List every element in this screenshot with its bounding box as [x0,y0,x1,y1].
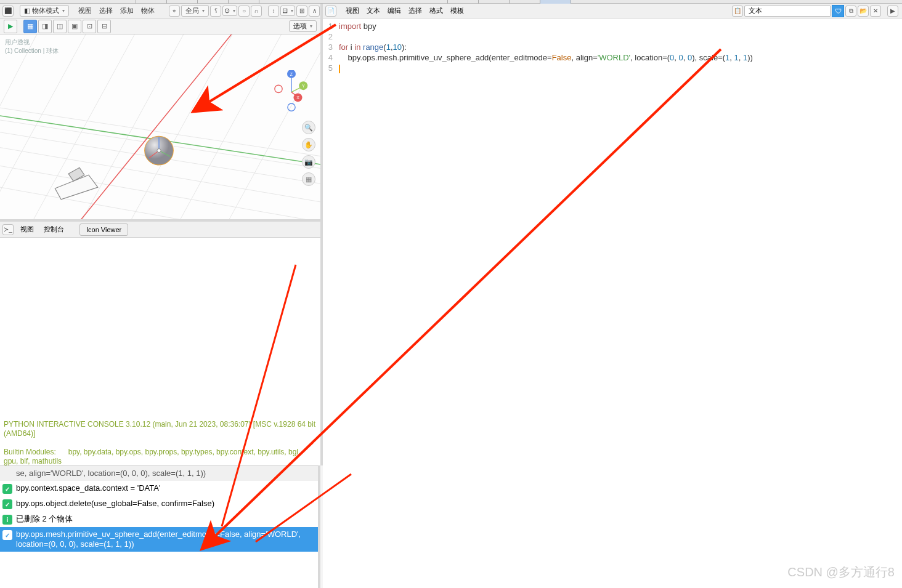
open-text-icon[interactable]: 📂 [858,6,869,17]
te-menu-format[interactable]: 格式 [426,6,446,16]
te-menu-select[interactable]: 选择 [405,6,425,16]
overlay-toggle-icon[interactable]: ⊞ [296,6,307,17]
pivot-dropdown[interactable]: ⊡ [280,6,295,16]
line-numbers: 1 2 3 4 5 [323,18,335,465]
menu-select[interactable]: 选择 [96,6,116,16]
select-mode-5-icon[interactable]: ⊡ [83,20,96,33]
svg-text:X: X [296,95,299,100]
svg-text:Z: Z [290,72,293,76]
transform-orientation-dropdown[interactable]: 全局 [181,5,209,17]
info-log-panel: se, align='WORLD', location=(0, 0, 0), s… [0,465,320,588]
log-row[interactable]: i 已删除 2 个物体 [0,512,318,527]
pan-icon[interactable]: ✋ [302,138,315,151]
menu-add[interactable]: 添加 [117,6,137,16]
axis-icon[interactable]: ↕ [268,6,279,17]
viewport-canvas [0,34,320,219]
svg-line-28 [291,88,300,92]
proportional-falloff-icon[interactable]: ∩ [251,6,262,17]
shield-fake-user-icon[interactable]: 🛡 [832,5,844,17]
cube-icon: ◧ [24,7,30,15]
snap-magnet-icon[interactable]: ⸮ [210,6,221,17]
text-editor[interactable]: 1 2 3 4 5 import bpy for i in range(1,10… [323,18,902,465]
svg-text:Y: Y [302,84,305,88]
select-mode-4-icon[interactable]: ▣ [68,20,81,33]
run-script-icon[interactable]: ▶ [887,6,898,17]
svg-point-22 [157,149,161,153]
check-badge-icon: ✓ [2,484,12,494]
editor-type-dropdown[interactable]: ⬛ [2,6,14,17]
log-row[interactable]: ✓ bpy.ops.object.delete(use_global=False… [0,496,318,512]
viewport-side-buttons: 🔍 ✋ 📷 ▦ [302,121,315,186]
log-row-clipped[interactable]: se, align='WORLD', location=(0, 0, 0), s… [0,466,318,481]
view3d-toolbar: ▶ ▦ ◨ ◫ ▣ ⊡ ⊟ 选项 [0,18,320,34]
menu-object[interactable]: 物体 [138,6,158,16]
svg-point-32 [288,103,295,111]
svg-line-31 [291,92,296,95]
text-editor-type-icon[interactable]: 📄 [325,6,336,17]
svg-line-5 [0,187,320,219]
console-editor-type-icon[interactable]: ≻_ [2,224,14,235]
view3d-header: ⬛ ◧ 物体模式 视图 选择 添加 物体 ⌖ 全局 ⸮ ⊙ ○ ∩ ↕ ⊡ ⊞ … [0,4,320,18]
select-box-icon[interactable]: ▦ [23,20,37,33]
te-menu-edit[interactable]: 编辑 [384,6,404,16]
python-console-panel: ≻_ 视图 控制台 Icon Viewer PYTHON INTERACTIVE… [0,219,320,465]
svg-line-6 [0,34,37,219]
check-badge-icon: ✓ [2,499,12,509]
3d-viewport[interactable]: 用户透视 (1) Collection | 球体 Z Y X 🔍 ✋ � [0,34,320,219]
info-badge-icon: i [2,515,12,525]
te-menu-view[interactable]: 视图 [343,6,362,16]
code-content: import bpy for i in range(1,10): bpy.ops… [335,18,753,465]
select-tool-icon[interactable]: ▶ [4,20,17,33]
console-output[interactable]: PYTHON INTERACTIVE CONSOLE 3.10.12 (main… [0,238,320,465]
menu-view[interactable]: 视图 [75,6,95,16]
persp-ortho-icon[interactable]: ▦ [302,172,315,186]
check-badge-icon: ✓ [2,530,12,540]
log-row[interactable]: ✓ bpy.context.space_data.context = 'DATA… [0,481,318,496]
mode-dropdown[interactable]: ◧ 物体模式 [20,5,69,17]
text-editor-header: 📄 视图 文本 编辑 选择 格式 模板 📋 文本 🛡 ⧉ 📂 ✕ ▶ [323,4,902,18]
svg-line-14 [79,34,232,219]
close-text-icon[interactable]: ✕ [870,6,881,17]
svg-line-9 [73,34,184,219]
log-row-selected[interactable]: ✓ bpy.ops.mesh.primitive_uv_sphere_add(e… [0,527,318,552]
viewport-overlay-text: 用户透视 (1) Collection | 球体 [5,38,59,55]
te-menu-template[interactable]: 模板 [447,6,467,16]
select-mode-3-icon[interactable]: ◫ [53,20,67,33]
snap-dropdown[interactable]: ⊙ [222,6,237,16]
select-mode-2-icon[interactable]: ◨ [38,20,52,33]
console-tab[interactable]: Icon Viewer [79,224,128,236]
zoom-icon[interactable]: 🔍 [302,121,315,134]
watermark-text: CSDN @多方通行8 [787,564,895,581]
text-name-field[interactable]: 文本 [744,6,831,17]
options-dropdown[interactable]: 选项 [289,20,317,32]
svg-line-11 [171,34,282,219]
console-menu-console[interactable]: 控制台 [41,224,67,235]
console-menu-view[interactable]: 视图 [17,224,37,235]
new-text-icon[interactable]: ⧉ [845,6,856,17]
proportional-icon[interactable]: ○ [238,6,250,17]
camera-view-icon[interactable]: 📷 [302,155,315,169]
svg-point-33 [275,85,282,92]
navigation-gizmo[interactable]: Z Y X [270,70,313,119]
orientation-icon[interactable]: ⌖ [169,6,180,17]
text-datablock-icon[interactable]: 📋 [732,6,743,17]
gizmo-toggle-icon[interactable]: ∧ [309,6,320,17]
select-mode-6-icon[interactable]: ⊟ [97,20,111,33]
svg-line-10 [122,34,232,219]
te-menu-text[interactable]: 文本 [364,6,383,16]
